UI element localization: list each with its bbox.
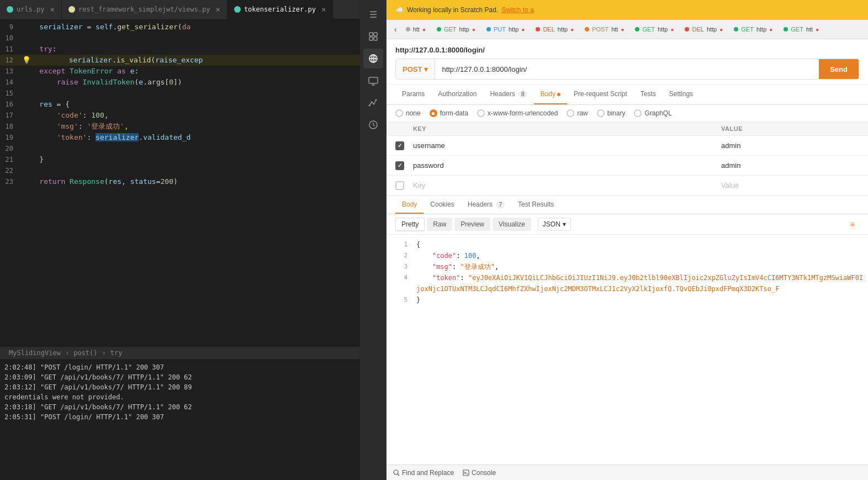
method-dot xyxy=(486,27,491,31)
json-output[interactable]: 1 { 2 "code": 100, 3 "msg": "登录成功", 4 "t… xyxy=(387,235,868,465)
req-tab-4[interactable]: POST htt ● xyxy=(579,22,629,37)
resp-tab-cookies[interactable]: Cookies xyxy=(424,196,461,214)
code-line-19: 19 'token': serializer.validated_d xyxy=(0,132,360,143)
sidebar-icon-collections[interactable] xyxy=(363,27,383,46)
kv-key-username[interactable]: username xyxy=(413,141,721,150)
response-section: Body Cookies Headers 7 Test Results Pret… xyxy=(387,196,868,465)
req-tab-0[interactable]: htt ● xyxy=(400,22,431,37)
tab-close-urls[interactable]: × xyxy=(50,5,55,14)
kv-table: KEY VALUE username admin password admin … xyxy=(387,122,868,196)
code-line-17: 17 'code': 100, xyxy=(0,110,360,121)
svg-rect-2 xyxy=(369,37,373,40)
tab-pre-request[interactable]: Pre-request Script xyxy=(567,85,634,104)
req-tab-1[interactable]: GET http ● xyxy=(431,22,481,37)
method-dot xyxy=(685,27,689,31)
method-dot xyxy=(437,27,441,31)
radio-none[interactable]: none xyxy=(395,109,421,117)
tab-close-views[interactable]: × xyxy=(215,5,220,14)
code-line-12: 12 💡 serializer.is_valid(raise_excep xyxy=(0,55,360,66)
radio-raw[interactable]: raw xyxy=(567,109,588,117)
kv-key-empty[interactable]: Key xyxy=(413,181,721,189)
term-line-3: 2:03:12] "GET /api/v1/books/7/ HTTP/1.1"… xyxy=(4,382,356,392)
term-line-6: 2:05:31] "POST /login/ HTTP/1.1" 200 307 xyxy=(4,412,356,422)
console-item[interactable]: Console xyxy=(463,469,496,477)
checkbox-password[interactable] xyxy=(395,161,404,170)
code-line-11: 11 try: xyxy=(0,44,360,55)
tab-urls-py[interactable]: urls.py × xyxy=(0,0,62,19)
kv-key-password[interactable]: password xyxy=(413,161,721,170)
radio-binary[interactable]: binary xyxy=(597,109,626,117)
view-btn-preview[interactable]: Preview xyxy=(454,218,490,231)
sidebar-icon-menu[interactable]: ☰ xyxy=(363,4,383,24)
tab-label: tokenserializer.py xyxy=(244,6,316,13)
format-select[interactable]: JSON ▾ xyxy=(538,218,571,231)
find-replace-item[interactable]: Find and Replace xyxy=(393,469,454,477)
resp-tab-body[interactable]: Body xyxy=(395,196,424,214)
tab-views-py[interactable]: rest_framework_simplejwt/views.py × xyxy=(62,0,227,19)
json-line-4: 4 "token": "eyJ0eXAiOiJKV1QiLCJhbGciOiJI… xyxy=(387,272,868,294)
terminal[interactable]: 2:02:48] "POST /login/ HTTP/1.1" 200 307… xyxy=(0,358,360,480)
req-tab-7[interactable]: GET http ● xyxy=(728,22,778,37)
req-tab-5[interactable]: GET http ● xyxy=(629,22,679,37)
kv-col-header-key: KEY xyxy=(413,125,721,132)
notice-bar: ☁️ Working locally in Scratch Pad. Switc… xyxy=(387,0,868,20)
kv-header: KEY VALUE xyxy=(387,122,868,136)
svg-point-14 xyxy=(375,99,377,101)
method-dot xyxy=(585,27,589,31)
format-chevron: ▾ xyxy=(563,220,566,228)
code-line-16: 16 res = { xyxy=(0,99,360,110)
code-editor[interactable]: 9 serializer = self.get_serializer(da 10… xyxy=(0,19,360,346)
tab-authorization[interactable]: Authorization xyxy=(431,85,483,104)
req-tab-3[interactable]: DEL http ● xyxy=(530,22,579,37)
filter-icon[interactable]: ≡ xyxy=(846,218,859,231)
kv-val-empty[interactable]: Value xyxy=(721,181,859,189)
checkbox-username[interactable] xyxy=(395,141,404,150)
code-line-22: 22 xyxy=(0,165,360,176)
sidebar-icon-monitor[interactable] xyxy=(363,71,383,91)
tab-tokenserializer[interactable]: tokenserializer.py × xyxy=(227,0,333,19)
view-btn-pretty[interactable]: Pretty xyxy=(395,218,425,231)
body-options: none form-data x-www-form-urlencoded raw… xyxy=(387,105,868,122)
tab-close-token[interactable]: × xyxy=(321,5,326,14)
tab-icon xyxy=(234,6,241,13)
term-line-1: 2:02:48] "POST /login/ HTTP/1.1" 200 307 xyxy=(4,362,356,372)
code-line-21: 21 } xyxy=(0,154,360,165)
tab-tests[interactable]: Tests xyxy=(634,85,663,104)
tab-label: rest_framework_simplejwt/views.py xyxy=(78,6,210,13)
sidebar-icon-graph[interactable] xyxy=(363,93,383,113)
bottom-bar: Find and Replace Console xyxy=(387,465,868,480)
resp-tab-test-results[interactable]: Test Results xyxy=(511,196,560,214)
view-btn-raw[interactable]: Raw xyxy=(427,218,452,231)
tab-label: urls.py xyxy=(17,6,45,13)
send-button[interactable]: Send xyxy=(819,59,859,79)
tab-settings[interactable]: Settings xyxy=(663,85,700,104)
tab-params[interactable]: Params xyxy=(395,85,431,104)
radio-circle-form-data xyxy=(430,109,437,117)
sidebar-icon-apis[interactable] xyxy=(363,49,383,68)
method-select[interactable]: POST ▾ xyxy=(396,59,435,79)
sidebar-icon-history[interactable] xyxy=(363,115,383,135)
tab-body[interactable]: Body xyxy=(534,85,567,104)
req-tab-2[interactable]: PUT http ● xyxy=(481,22,530,37)
kv-val-username[interactable]: admin xyxy=(721,141,859,150)
notice-icon: ☁️ xyxy=(395,6,404,14)
req-tab-8[interactable]: GET htt ● xyxy=(778,22,824,37)
resp-tab-headers[interactable]: Headers 7 xyxy=(461,196,511,214)
radio-urlencoded[interactable]: x-www-form-urlencoded xyxy=(477,109,558,117)
radio-graphql[interactable]: GraphQL xyxy=(634,109,671,117)
tab-headers[interactable]: Headers 8 xyxy=(483,85,533,104)
code-line-13: 13 except TokenError as e: xyxy=(0,66,360,77)
view-btn-visualize[interactable]: Visualize xyxy=(493,218,531,231)
kv-val-password[interactable]: admin xyxy=(721,161,859,170)
term-line-4: credentials were not provided. xyxy=(4,392,356,402)
tab-arrow-left[interactable]: ‹ xyxy=(391,25,400,34)
svg-point-12 xyxy=(371,102,372,103)
console-icon xyxy=(463,470,469,476)
switch-link[interactable]: Switch to a xyxy=(501,6,534,14)
svg-point-13 xyxy=(373,103,374,105)
req-tab-6[interactable]: DEL http ● xyxy=(679,22,728,37)
url-input[interactable] xyxy=(435,59,819,79)
radio-circle-graphql xyxy=(634,109,642,117)
radio-form-data[interactable]: form-data xyxy=(430,109,468,117)
kv-row-empty: Key Value xyxy=(387,176,868,196)
